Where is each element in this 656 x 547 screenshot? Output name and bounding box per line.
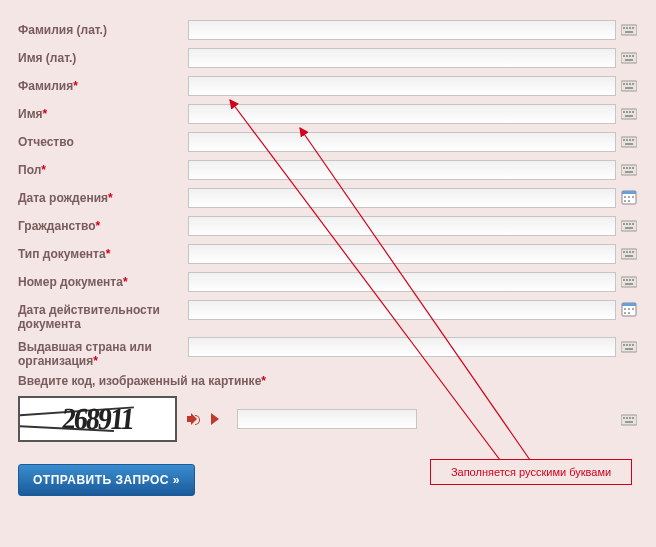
svg-rect-6 <box>621 53 637 63</box>
keyboard-icon[interactable] <box>620 410 638 428</box>
speaker-icon[interactable] <box>187 412 201 426</box>
required-mark: * <box>96 219 101 233</box>
input-doc-number[interactable] <box>188 272 616 292</box>
svg-rect-18 <box>621 109 637 119</box>
label-birthdate: Дата рождения* <box>18 188 188 205</box>
label-captcha: Введите код, изображенный на картинке* <box>18 374 638 388</box>
svg-rect-47 <box>632 223 634 225</box>
svg-rect-50 <box>623 251 625 253</box>
label-name-lat: Имя (лат.) <box>18 48 188 65</box>
svg-rect-75 <box>623 417 625 419</box>
svg-rect-79 <box>625 421 633 423</box>
row-patronymic: Отчество <box>18 132 638 154</box>
keyboard-icon[interactable] <box>620 272 638 290</box>
svg-rect-12 <box>621 81 637 91</box>
keyboard-icon[interactable] <box>620 20 638 38</box>
input-name-lat[interactable] <box>188 48 616 68</box>
input-citizenship[interactable] <box>188 216 616 236</box>
svg-rect-25 <box>623 139 625 141</box>
keyboard-icon[interactable] <box>620 244 638 262</box>
svg-rect-74 <box>621 415 637 425</box>
svg-rect-1 <box>623 27 625 29</box>
input-name[interactable] <box>188 104 616 124</box>
svg-rect-27 <box>629 139 631 141</box>
svg-rect-24 <box>621 137 637 147</box>
captcha-audio-controls <box>187 412 219 426</box>
row-birthdate: Дата рождения* <box>18 188 638 210</box>
row-doc-type: Тип документа* <box>18 244 638 266</box>
label-doc-number: Номер документа* <box>18 272 188 289</box>
play-icon[interactable] <box>211 413 219 425</box>
svg-rect-19 <box>623 111 625 113</box>
keyboard-icon[interactable] <box>620 160 638 178</box>
svg-rect-28 <box>632 139 634 141</box>
required-mark: * <box>123 275 128 289</box>
svg-rect-56 <box>623 279 625 281</box>
required-mark: * <box>73 79 78 93</box>
svg-rect-77 <box>629 417 631 419</box>
svg-rect-54 <box>625 255 633 257</box>
required-mark: * <box>106 247 111 261</box>
label-name: Имя* <box>18 104 188 121</box>
keyboard-icon[interactable] <box>620 48 638 66</box>
svg-rect-32 <box>626 167 628 169</box>
svg-rect-45 <box>626 223 628 225</box>
row-surname: Фамилия* <box>18 76 638 98</box>
svg-rect-70 <box>626 344 628 346</box>
required-mark: * <box>93 354 98 368</box>
svg-rect-63 <box>624 308 626 310</box>
svg-rect-68 <box>621 342 637 352</box>
input-issuer[interactable] <box>188 337 616 357</box>
svg-rect-22 <box>632 111 634 113</box>
svg-rect-39 <box>628 196 630 198</box>
row-surname-lat: Фамилия (лат.) <box>18 20 638 42</box>
svg-rect-30 <box>621 165 637 175</box>
keyboard-icon[interactable] <box>620 337 638 355</box>
required-mark: * <box>261 374 266 388</box>
svg-rect-3 <box>629 27 631 29</box>
svg-rect-44 <box>623 223 625 225</box>
svg-rect-34 <box>632 167 634 169</box>
input-gender[interactable] <box>188 160 616 180</box>
svg-rect-67 <box>628 312 630 314</box>
calendar-icon[interactable] <box>620 300 638 318</box>
input-doc-type[interactable] <box>188 244 616 264</box>
row-citizenship: Гражданство* <box>18 216 638 238</box>
calendar-icon[interactable] <box>620 188 638 206</box>
label-surname-lat: Фамилия (лат.) <box>18 20 188 37</box>
svg-rect-53 <box>632 251 634 253</box>
svg-rect-66 <box>624 312 626 314</box>
svg-rect-60 <box>625 283 633 285</box>
input-patronymic[interactable] <box>188 132 616 152</box>
svg-rect-17 <box>625 87 633 89</box>
input-captcha[interactable] <box>237 409 417 429</box>
svg-rect-58 <box>629 279 631 281</box>
svg-rect-11 <box>625 59 633 61</box>
keyboard-icon[interactable] <box>620 132 638 150</box>
keyboard-icon[interactable] <box>620 76 638 94</box>
svg-rect-33 <box>629 167 631 169</box>
submit-button[interactable]: ОТПРАВИТЬ ЗАПРОС » <box>18 464 195 496</box>
svg-rect-72 <box>632 344 634 346</box>
keyboard-icon[interactable] <box>620 216 638 234</box>
input-birthdate[interactable] <box>188 188 616 208</box>
svg-rect-41 <box>624 200 626 202</box>
svg-rect-76 <box>626 417 628 419</box>
svg-rect-71 <box>629 344 631 346</box>
svg-rect-7 <box>623 55 625 57</box>
svg-rect-52 <box>629 251 631 253</box>
svg-rect-59 <box>632 279 634 281</box>
svg-rect-26 <box>626 139 628 141</box>
keyboard-icon[interactable] <box>620 104 638 122</box>
svg-rect-9 <box>629 55 631 57</box>
input-doc-validity[interactable] <box>188 300 616 320</box>
input-surname[interactable] <box>188 76 616 96</box>
svg-rect-64 <box>628 308 630 310</box>
label-doc-validity: Дата действительности документа <box>18 300 188 331</box>
svg-rect-43 <box>621 221 637 231</box>
input-surname-lat[interactable] <box>188 20 616 40</box>
svg-rect-42 <box>628 200 630 202</box>
required-mark: * <box>108 191 113 205</box>
svg-rect-0 <box>621 25 637 35</box>
svg-rect-4 <box>632 27 634 29</box>
